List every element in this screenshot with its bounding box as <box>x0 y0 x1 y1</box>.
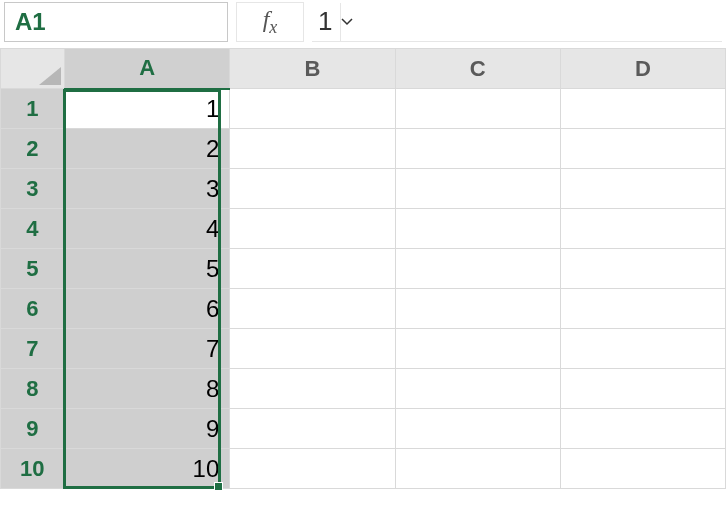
cell-B9[interactable] <box>230 409 395 449</box>
row-header-2[interactable]: 2 <box>1 129 65 169</box>
table-row: 1 1 <box>1 89 726 129</box>
table-row: 2 2 <box>1 129 726 169</box>
cell-D10[interactable] <box>560 449 725 489</box>
row-header-7[interactable]: 7 <box>1 329 65 369</box>
select-all-corner[interactable] <box>1 49 65 89</box>
row-header-3[interactable]: 3 <box>1 169 65 209</box>
name-box-dropdown[interactable] <box>340 3 353 41</box>
name-box-wrapper <box>4 2 228 42</box>
table-row: 9 9 <box>1 409 726 449</box>
cell-D6[interactable] <box>560 289 725 329</box>
cell-A7[interactable]: 7 <box>65 329 230 369</box>
cell-C3[interactable] <box>395 169 560 209</box>
table-row: 10 10 <box>1 449 726 489</box>
cell-C5[interactable] <box>395 249 560 289</box>
cell-D2[interactable] <box>560 129 725 169</box>
cell-C7[interactable] <box>395 329 560 369</box>
cell-A6[interactable]: 6 <box>65 289 230 329</box>
cell-B8[interactable] <box>230 369 395 409</box>
column-header-A[interactable]: A <box>65 49 230 89</box>
cell-A1[interactable]: 1 <box>65 89 230 129</box>
formula-input-wrapper <box>312 2 722 42</box>
cell-A9[interactable]: 9 <box>65 409 230 449</box>
row-header-5[interactable]: 5 <box>1 249 65 289</box>
row-header-9[interactable]: 9 <box>1 409 65 449</box>
cell-B7[interactable] <box>230 329 395 369</box>
cell-D5[interactable] <box>560 249 725 289</box>
formula-input[interactable] <box>312 6 722 37</box>
column-header-B[interactable]: B <box>230 49 395 89</box>
cell-C4[interactable] <box>395 209 560 249</box>
cell-D1[interactable] <box>560 89 725 129</box>
row-header-8[interactable]: 8 <box>1 369 65 409</box>
row-header-10[interactable]: 10 <box>1 449 65 489</box>
cell-B3[interactable] <box>230 169 395 209</box>
table-row: 6 6 <box>1 289 726 329</box>
cell-B5[interactable] <box>230 249 395 289</box>
cell-D4[interactable] <box>560 209 725 249</box>
table-row: 7 7 <box>1 329 726 369</box>
cell-A4[interactable]: 4 <box>65 209 230 249</box>
table-row: 5 5 <box>1 249 726 289</box>
row-header-1[interactable]: 1 <box>1 89 65 129</box>
cell-D7[interactable] <box>560 329 725 369</box>
formula-bar: fx <box>0 0 726 48</box>
cell-C2[interactable] <box>395 129 560 169</box>
cell-B1[interactable] <box>230 89 395 129</box>
cell-D9[interactable] <box>560 409 725 449</box>
cell-C6[interactable] <box>395 289 560 329</box>
cell-A3[interactable]: 3 <box>65 169 230 209</box>
cell-C9[interactable] <box>395 409 560 449</box>
row-header-4[interactable]: 4 <box>1 209 65 249</box>
cell-A5[interactable]: 5 <box>65 249 230 289</box>
cell-D8[interactable] <box>560 369 725 409</box>
table-row: 4 4 <box>1 209 726 249</box>
cell-C10[interactable] <box>395 449 560 489</box>
row-header-6[interactable]: 6 <box>1 289 65 329</box>
cell-A2[interactable]: 2 <box>65 129 230 169</box>
cell-B4[interactable] <box>230 209 395 249</box>
cell-A10[interactable]: 10 <box>65 449 230 489</box>
chevron-down-icon <box>341 18 353 26</box>
column-header-C[interactable]: C <box>395 49 560 89</box>
spreadsheet-grid: A B C D 1 1 2 2 3 3 <box>0 48 726 489</box>
name-box[interactable] <box>5 8 340 36</box>
cell-B10[interactable] <box>230 449 395 489</box>
cell-B6[interactable] <box>230 289 395 329</box>
column-header-D[interactable]: D <box>560 49 725 89</box>
cell-C1[interactable] <box>395 89 560 129</box>
table-row: 8 8 <box>1 369 726 409</box>
table-row: 3 3 <box>1 169 726 209</box>
cell-C8[interactable] <box>395 369 560 409</box>
cell-D3[interactable] <box>560 169 725 209</box>
cell-B2[interactable] <box>230 129 395 169</box>
cell-A8[interactable]: 8 <box>65 369 230 409</box>
